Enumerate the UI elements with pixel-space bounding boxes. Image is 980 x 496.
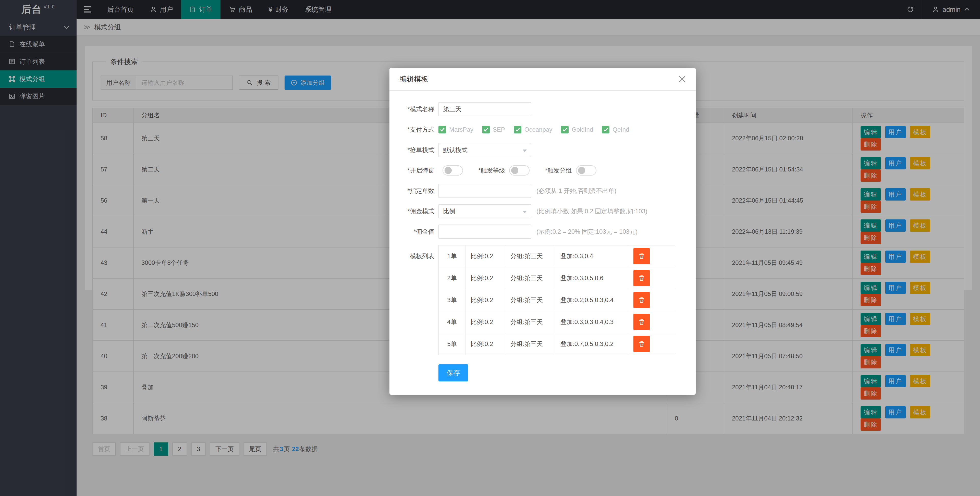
trash-icon bbox=[638, 296, 645, 304]
grab-mode-select[interactable]: 默认模式 bbox=[438, 143, 531, 157]
payment-checkbox-label: GoldInd bbox=[572, 126, 593, 133]
template-group: 分组:第三天 bbox=[505, 333, 555, 355]
commission-value-row: *佣金值 (示例:0.2 = 20% 固定:103元 = 103元) bbox=[390, 224, 696, 239]
template-delete-button[interactable] bbox=[633, 248, 650, 264]
template-order: 1单 bbox=[439, 245, 465, 267]
order-count-input[interactable] bbox=[438, 184, 531, 198]
trash-icon bbox=[638, 275, 645, 282]
mode-name-input[interactable] bbox=[438, 102, 531, 116]
template-row: 1单 比例:0.2 分组:第三天 叠加:0.3,0.4 bbox=[439, 245, 675, 267]
payment-checkbox[interactable]: Oceanpay bbox=[514, 126, 552, 134]
template-table-body: 1单 比例:0.2 分组:第三天 叠加:0.3,0.4 bbox=[439, 245, 675, 355]
modal-header: 编辑模板 bbox=[390, 68, 696, 91]
payment-checkbox-label: Oceanpay bbox=[525, 126, 552, 133]
payment-checkbox[interactable]: MarsPay bbox=[438, 126, 473, 134]
trash-icon bbox=[638, 318, 645, 326]
save-row: 保存 bbox=[390, 364, 696, 382]
popup-toggle[interactable] bbox=[442, 165, 463, 175]
commission-mode-select[interactable]: 比例 bbox=[438, 204, 531, 218]
grab-mode-label: *抢单模式 bbox=[390, 146, 434, 154]
template-stack: 叠加:0.2,0.5,0.3,0.4 bbox=[555, 289, 628, 311]
caret-down-icon bbox=[523, 211, 527, 213]
mode-name-row: *模式名称 bbox=[390, 102, 696, 116]
toggle-knob bbox=[511, 167, 518, 174]
trigger-group-label: *触发分组 bbox=[545, 166, 572, 175]
commission-value-label: *佣金值 bbox=[390, 227, 434, 236]
payment-methods-label: *支付方式 bbox=[390, 126, 434, 134]
save-button[interactable]: 保存 bbox=[438, 364, 468, 382]
grab-mode-value: 默认模式 bbox=[443, 146, 468, 153]
template-group: 分组:第三天 bbox=[505, 245, 555, 267]
template-delete-button[interactable] bbox=[633, 292, 650, 308]
popup-toggle-label: *开启弹窗 bbox=[390, 166, 434, 175]
commission-mode-row: *佣金模式 比例 (比例填小数,如果:0.2 固定填整数,如:103) bbox=[390, 204, 696, 218]
trigger-group-toggle[interactable] bbox=[576, 165, 597, 175]
toggle-knob bbox=[445, 167, 452, 174]
order-count-hint: (必须从 1 开始,否则派不出单) bbox=[536, 187, 616, 195]
commission-mode-value: 比例 bbox=[443, 208, 455, 215]
template-group: 分组:第三天 bbox=[505, 289, 555, 311]
template-order: 5单 bbox=[439, 333, 465, 355]
checkbox-checked-icon bbox=[438, 126, 446, 134]
template-group: 分组:第三天 bbox=[505, 311, 555, 333]
template-group: 分组:第三天 bbox=[505, 267, 555, 289]
toggle-knob bbox=[578, 167, 585, 174]
grab-mode-row: *抢单模式 默认模式 bbox=[390, 143, 696, 157]
template-list-row: 模板列表 1单 比例:0.2 分组:第三天 叠加:0.3,0.4 bbox=[390, 245, 696, 355]
payment-checkbox[interactable]: SEP bbox=[482, 126, 505, 134]
template-stack: 叠加:0.3,0.4 bbox=[555, 245, 628, 267]
template-ratio: 比例:0.2 bbox=[465, 311, 505, 333]
template-delete-button[interactable] bbox=[633, 314, 650, 330]
payment-checkbox-label: SEP bbox=[493, 126, 505, 133]
template-row: 4单 比例:0.2 分组:第三天 叠加:0.3,0.3,0.4,0.3 bbox=[439, 311, 675, 333]
commission-mode-hint: (比例填小数,如果:0.2 固定填整数,如:103) bbox=[536, 207, 648, 215]
edit-template-modal: 编辑模板 *模式名称 *支付方式 bbox=[390, 68, 696, 395]
template-ratio: 比例:0.2 bbox=[465, 289, 505, 311]
toggles-row: *开启弹窗 *触发等级 *触发分组 bbox=[390, 163, 696, 178]
checkbox-checked-icon bbox=[561, 126, 569, 134]
commission-value-input[interactable] bbox=[438, 224, 531, 239]
template-row: 3单 比例:0.2 分组:第三天 叠加:0.2,0.5,0.3,0.4 bbox=[439, 289, 675, 311]
commission-mode-label: *佣金模式 bbox=[390, 207, 434, 215]
template-delete-button[interactable] bbox=[633, 270, 650, 286]
checkbox-checked-icon bbox=[482, 126, 490, 134]
template-ratio: 比例:0.2 bbox=[465, 245, 505, 267]
template-ratio: 比例:0.2 bbox=[465, 267, 505, 289]
payment-checkbox-label: MarsPay bbox=[449, 126, 473, 133]
template-order: 4单 bbox=[439, 311, 465, 333]
mode-name-label: *模式名称 bbox=[390, 105, 434, 113]
commission-value-hint: (示例:0.2 = 20% 固定:103元 = 103元) bbox=[536, 227, 638, 236]
template-list-label: 模板列表 bbox=[390, 245, 434, 260]
payment-checkbox-label: QeInd bbox=[612, 126, 629, 133]
payment-checkbox[interactable]: QeInd bbox=[602, 126, 629, 134]
payment-checkbox[interactable]: GoldInd bbox=[561, 126, 593, 134]
trigger-level-toggle[interactable] bbox=[509, 165, 530, 175]
template-stack: 叠加:0.3,0.3,0.4,0.3 bbox=[555, 311, 628, 333]
trash-icon bbox=[638, 340, 645, 348]
modal-title: 编辑模板 bbox=[400, 74, 428, 84]
payment-checkbox-group: MarsPay SEP bbox=[438, 126, 629, 134]
order-count-row: *指定单数 (必须从 1 开始,否则派不出单) bbox=[390, 184, 696, 198]
trigger-level-label: *触发等级 bbox=[478, 166, 505, 175]
screen: 后台V1.0 后台首页 用户 订单 bbox=[0, 0, 980, 496]
payment-methods-row: *支付方式 MarsPay bbox=[390, 122, 696, 137]
template-ratio: 比例:0.2 bbox=[465, 333, 505, 355]
template-order: 2单 bbox=[439, 267, 465, 289]
caret-down-icon bbox=[523, 149, 527, 152]
checkbox-checked-icon bbox=[602, 126, 609, 134]
trash-icon bbox=[638, 253, 645, 260]
checkbox-checked-icon bbox=[514, 126, 522, 134]
template-stack: 叠加:0.7,0.5,0.3,0.2 bbox=[555, 333, 628, 355]
template-stack: 叠加:0.3,0.5,0.6 bbox=[555, 267, 628, 289]
template-order: 3单 bbox=[439, 289, 465, 311]
template-table: 1单 比例:0.2 分组:第三天 叠加:0.3,0.4 bbox=[438, 245, 675, 355]
order-count-label: *指定单数 bbox=[390, 187, 434, 195]
template-row: 2单 比例:0.2 分组:第三天 叠加:0.3,0.5,0.6 bbox=[439, 267, 675, 289]
template-delete-button[interactable] bbox=[633, 336, 650, 352]
modal-body: *模式名称 *支付方式 MarsPay bbox=[390, 91, 696, 395]
close-icon[interactable] bbox=[679, 76, 686, 83]
template-row: 5单 比例:0.2 分组:第三天 叠加:0.7,0.5,0.3,0.2 bbox=[439, 333, 675, 355]
